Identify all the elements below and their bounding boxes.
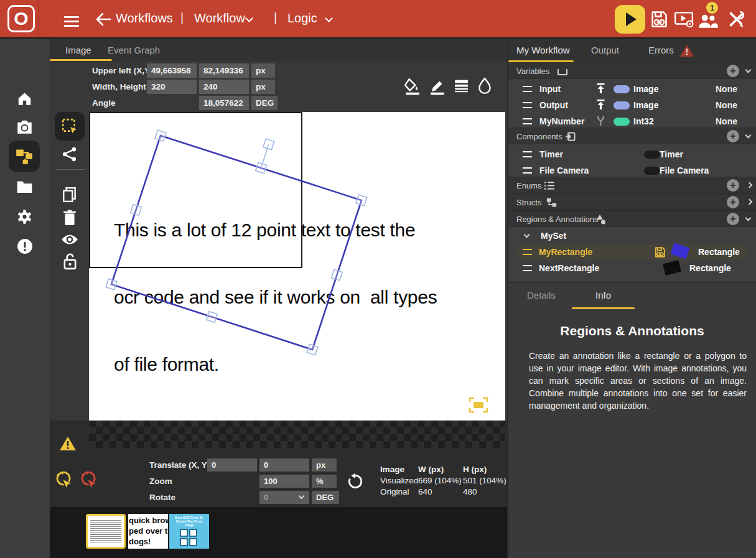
drag-handle-icon[interactable] (523, 118, 532, 124)
drag-handle-icon[interactable] (523, 86, 532, 92)
region-set-myset[interactable]: MySet (541, 231, 566, 241)
expand-enums-icon[interactable] (747, 182, 753, 188)
drag-handle-icon[interactable] (523, 167, 532, 174)
tab-image[interactable]: Image (65, 45, 91, 55)
handle-bottom-left[interactable] (106, 279, 117, 290)
variable-output-value[interactable]: None (716, 100, 737, 110)
region-myrectangle[interactable]: MyRectangle (539, 247, 592, 257)
thumbnail-3[interactable]: Best OCR Tools To Extract Text From Imag… (169, 514, 209, 549)
handle-right-mid[interactable] (332, 269, 343, 281)
lock-open-icon[interactable] (63, 253, 77, 270)
translate-y-input[interactable]: 0 (259, 458, 309, 472)
menu-icon[interactable] (64, 14, 79, 29)
translate-x-input[interactable]: 0 (207, 458, 257, 472)
tab-output[interactable]: Output (591, 45, 619, 55)
run-workflow-button[interactable] (615, 5, 645, 34)
expand-structs-icon[interactable] (747, 199, 753, 205)
my-rectangle-annotation[interactable] (106, 130, 367, 355)
save-link-icon[interactable] (654, 246, 666, 258)
drag-handle-icon[interactable] (523, 249, 532, 255)
fill-color-icon[interactable] (404, 78, 421, 95)
tab-info[interactable]: Info (595, 290, 611, 300)
add-component-button[interactable]: + (727, 130, 739, 142)
angle-input[interactable]: 18,057622 (199, 96, 249, 110)
save-link-icon[interactable] (650, 10, 668, 29)
auto-click-red-icon[interactable] (79, 472, 97, 490)
tab-errors[interactable]: Errors (648, 45, 674, 55)
drag-handle-icon[interactable] (523, 102, 532, 108)
height-input[interactable]: 240 (199, 80, 249, 94)
next-rectangle-annotation[interactable] (90, 113, 302, 267)
add-struct-button[interactable]: + (727, 196, 739, 208)
component-timer[interactable]: Timer (539, 149, 563, 159)
copy-icon[interactable] (62, 187, 77, 203)
notification-badge[interactable]: 1 (706, 2, 718, 14)
crossed-tools-icon[interactable] (726, 10, 746, 29)
variable-input-value[interactable]: None (716, 84, 737, 94)
tab-event-graph[interactable]: Event Graph (108, 45, 160, 55)
width-input[interactable]: 320 (147, 80, 197, 94)
handle-bottom-right[interactable] (307, 344, 318, 355)
collapse-variables-icon[interactable] (745, 67, 752, 73)
image-canvas[interactable]: This is a lot of 12 point text to test t… (89, 112, 505, 421)
error-icon[interactable] (17, 238, 33, 254)
breadcrumb-workflow-dropdown[interactable]: Workflow (194, 11, 245, 26)
regions-section-header[interactable]: Regions & Annotations + (508, 210, 756, 227)
rotate-select[interactable]: 0 (259, 491, 309, 504)
component-file-camera[interactable]: File Camera (539, 165, 589, 175)
breadcrumb-logic-dropdown[interactable]: Logic (287, 11, 317, 26)
variable-mynumber-value[interactable]: None (716, 116, 737, 126)
add-enum-button[interactable]: + (727, 179, 739, 192)
trash-icon[interactable] (63, 210, 77, 226)
back-arrow-icon[interactable] (95, 12, 111, 27)
drag-handle-icon[interactable] (523, 265, 532, 271)
camera-icon[interactable] (16, 119, 33, 135)
components-section-header[interactable]: Components + (508, 128, 756, 144)
enums-section-header[interactable]: Enums + (508, 177, 756, 193)
upper-left-y-input[interactable]: 82,149336 (199, 63, 249, 78)
breadcrumb-workflows[interactable]: Workflows (116, 11, 173, 26)
eye-icon[interactable] (61, 233, 78, 246)
handle-top-left[interactable] (155, 130, 166, 141)
upper-left-x-input[interactable]: 49,663958 (147, 63, 197, 78)
collapse-components-icon[interactable] (745, 133, 752, 139)
variables-section-header[interactable]: Variables + (508, 62, 756, 79)
structs-section-header[interactable]: Structs + (508, 193, 756, 210)
rotate-reset-icon[interactable] (347, 473, 363, 490)
line-weight-icon[interactable] (454, 79, 469, 94)
region-nextrectangle[interactable]: NextRectangle (539, 263, 599, 273)
opacity-drop-icon[interactable] (477, 77, 492, 95)
add-region-button[interactable]: + (727, 213, 739, 225)
zoom-input[interactable]: 100 (259, 475, 309, 488)
sidebar-item-workflows-active[interactable] (9, 141, 40, 172)
auto-click-yellow-icon[interactable] (54, 472, 72, 490)
variable-mynumber[interactable]: MyNumber (539, 116, 584, 126)
tab-my-workflow[interactable]: My Workflow (516, 45, 570, 55)
thumbnail-2[interactable]: quick brow ped over th dogs! (128, 514, 168, 549)
variable-input[interactable]: Input (539, 84, 561, 94)
app-logo[interactable]: O (7, 5, 35, 32)
users-icon[interactable] (697, 12, 718, 29)
chevron-down-icon[interactable] (245, 14, 253, 22)
chevron-down-icon[interactable] (325, 14, 333, 22)
collapse-myset-icon[interactable] (524, 232, 530, 238)
gear-icon[interactable] (16, 208, 33, 225)
select-tool-active[interactable] (55, 112, 85, 141)
edit-pen-icon[interactable] (429, 78, 446, 95)
handle-left-mid[interactable] (131, 205, 142, 216)
variable-output[interactable]: Output (539, 100, 568, 110)
region-myrectangle-row-selected[interactable]: MyRectangle Rectangle (516, 244, 749, 260)
handle-top-mid[interactable] (256, 162, 267, 174)
handle-rotate[interactable] (263, 139, 274, 150)
home-icon[interactable] (16, 91, 33, 107)
fit-view-icon[interactable] (470, 398, 487, 412)
folder-icon[interactable] (16, 180, 33, 194)
tab-details[interactable]: Details (527, 290, 556, 300)
thumbnail-1-selected[interactable] (86, 514, 126, 549)
handle-bottom-mid[interactable] (207, 312, 218, 323)
handle-top-right[interactable] (356, 195, 367, 206)
warning-icon[interactable] (59, 436, 77, 452)
collapse-regions-icon[interactable] (745, 215, 752, 221)
screen-run-settings-icon[interactable] (674, 11, 694, 28)
polygon-icon[interactable] (62, 146, 77, 162)
